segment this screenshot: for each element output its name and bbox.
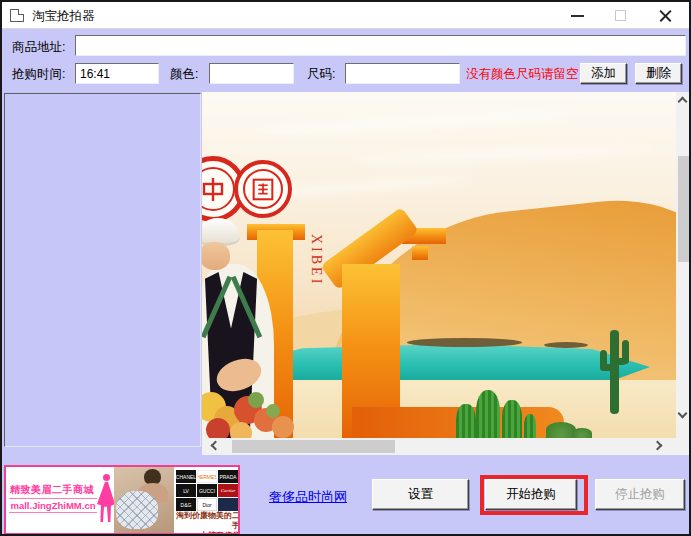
cactus	[456, 404, 476, 438]
minimize-icon	[571, 15, 584, 17]
size-input[interactable]	[345, 63, 460, 84]
horizontal-scrollbar-thumb[interactable]	[232, 440, 395, 453]
maximize-button[interactable]	[606, 2, 636, 29]
brand-logo: Cartier	[218, 484, 238, 497]
stop-purchase-button[interactable]: 停止抢购	[595, 479, 685, 510]
woman-silhouette-icon	[103, 474, 110, 481]
woman-silhouette-icon	[96, 482, 116, 522]
time-input[interactable]	[75, 63, 159, 84]
grass-tuft	[572, 428, 592, 438]
flower	[206, 418, 230, 438]
scrollbar-corner	[676, 438, 691, 455]
banner-title: 精致美眉二手商城	[10, 483, 96, 497]
islet	[407, 338, 522, 347]
saguaro-arm	[600, 364, 612, 371]
close-button[interactable]	[650, 2, 680, 29]
cactus	[524, 414, 536, 438]
flower-leaf	[248, 392, 264, 408]
scroll-right-icon[interactable]	[653, 441, 663, 451]
xibei-vertical-text: XIBEI	[308, 234, 324, 286]
brand-logo	[218, 498, 238, 511]
address-label: 商品地址:	[12, 39, 65, 56]
ad-banner[interactable]: 精致美眉二手商城 mall.JingZhiMM.cn CHANEL HERMES…	[4, 465, 240, 535]
brand-logo: Dior	[197, 498, 217, 511]
islet	[544, 342, 588, 348]
cactus	[476, 390, 500, 438]
brand-logo-grid: CHANEL HERMES PRADA LV GUCCI Cartier D&G…	[176, 470, 240, 511]
no-color-size-hint: 没有颜色尺码请留空	[466, 66, 579, 83]
saguaro-cactus	[610, 330, 619, 414]
color-label: 颜色:	[170, 66, 198, 83]
task-listbox[interactable]	[4, 93, 201, 447]
app-window: 淘宝抢拍器 商品地址: 抢购时间: 颜色: 尺码: 没有颜色尺码请留空 添加 删…	[0, 0, 691, 536]
brand-logo: GUCCI	[197, 484, 217, 497]
form-icon	[10, 9, 24, 22]
settings-button[interactable]: 设置	[372, 479, 469, 510]
start-purchase-button[interactable]: 开始抢购	[485, 479, 577, 510]
banner-photo	[114, 467, 174, 533]
time-label: 抢购时间:	[12, 66, 65, 83]
banner-slogan: 淘到价廉物美的二手 大牌奢侈品	[172, 511, 240, 535]
bei-glyph-cap	[412, 246, 428, 260]
banner-slogan-line1: 淘到价廉物美的二手	[172, 511, 240, 531]
banner-url: mall.JingZhiMM.cn	[9, 498, 97, 513]
maximize-icon	[615, 10, 626, 21]
flower	[230, 422, 252, 438]
product-preview-image: XIBEI	[202, 92, 676, 438]
banner-slogan-line2: 大牌奢侈品	[172, 531, 240, 535]
window-title: 淘宝抢拍器	[32, 8, 95, 25]
brand-logo: LV	[176, 484, 196, 497]
scroll-left-icon[interactable]	[211, 441, 221, 451]
stamp-zhong-inner	[202, 167, 235, 212]
sky-streak	[252, 110, 572, 137]
photo-handbag	[116, 491, 158, 529]
cactus	[502, 400, 522, 438]
delete-button[interactable]: 删除	[635, 63, 682, 84]
sky-streak	[352, 145, 652, 164]
person-face	[202, 242, 230, 270]
zhong-character	[202, 174, 228, 204]
horizontal-scrollbar[interactable]	[202, 438, 676, 455]
guo-character	[249, 175, 277, 203]
size-label: 尺码:	[307, 66, 335, 83]
color-input[interactable]	[209, 63, 294, 84]
vertical-scrollbar-thumb[interactable]	[678, 156, 689, 262]
vertical-scrollbar[interactable]	[676, 92, 691, 438]
brand-logo: D&G	[176, 498, 196, 511]
stamp-guo	[234, 160, 292, 218]
add-button[interactable]: 添加	[580, 63, 627, 84]
stamp-guo-inner	[243, 169, 283, 209]
saguaro-arm	[616, 358, 626, 365]
scroll-up-icon[interactable]	[678, 97, 688, 107]
flower	[272, 416, 294, 438]
brand-logo: CHANEL	[176, 470, 196, 483]
address-input[interactable]	[75, 35, 686, 56]
scroll-down-icon[interactable]	[678, 409, 688, 419]
brand-logo: PRADA	[218, 470, 238, 483]
minimize-button[interactable]	[562, 2, 592, 29]
title-bar: 淘宝抢拍器	[2, 2, 689, 29]
flower-leaf	[266, 404, 280, 418]
luxury-site-link[interactable]: 奢侈品时尚网	[269, 488, 347, 506]
brand-logo: HERMES	[197, 470, 217, 483]
product-preview-browser: XIBEI	[202, 92, 691, 455]
